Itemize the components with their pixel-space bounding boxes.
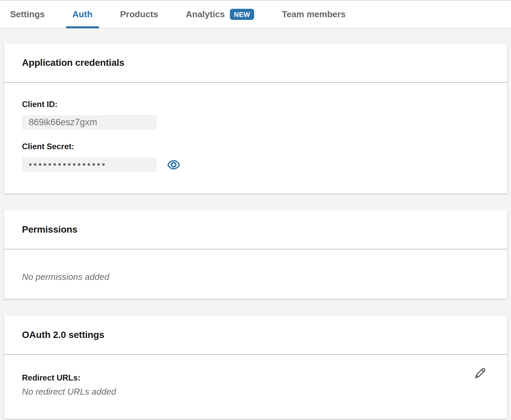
tab-team-members[interactable]: Team members (275, 1, 352, 28)
tab-products[interactable]: Products (114, 1, 165, 28)
client-secret-label: Client Secret: (22, 142, 489, 151)
new-badge: NEW (230, 9, 254, 20)
client-id-input[interactable] (22, 115, 157, 130)
tab-products-label: Products (120, 9, 158, 20)
tab-bar: Settings Auth Products Analytics NEW Tea… (0, 1, 511, 28)
tab-analytics-label: Analytics (186, 9, 225, 20)
tab-analytics[interactable]: Analytics NEW (179, 1, 261, 28)
oauth-settings-header: OAuth 2.0 settings (4, 315, 507, 355)
eye-icon (167, 160, 180, 169)
show-secret-button[interactable] (167, 159, 180, 170)
application-credentials-card: Application credentials Client ID: Clien… (4, 43, 507, 193)
redirect-urls-label: Redirect URLs: (22, 373, 489, 383)
permissions-title: Permissions (22, 224, 77, 235)
application-credentials-header: Application credentials (4, 43, 507, 83)
application-credentials-title: Application credentials (22, 57, 124, 68)
tab-auth-label: Auth (73, 9, 92, 20)
redirect-urls-empty-text: No redirect URLs added (22, 387, 489, 397)
oauth-settings-body: Redirect URLs: No redirect URLs added (4, 355, 507, 419)
permissions-header: Permissions (4, 210, 507, 250)
pencil-icon (472, 366, 487, 382)
tab-settings-label: Settings (10, 9, 45, 20)
client-id-label: Client ID: (22, 100, 489, 109)
application-credentials-body: Client ID: Client Secret: (4, 83, 507, 193)
tab-settings[interactable]: Settings (4, 1, 51, 28)
oauth-settings-title: OAuth 2.0 settings (22, 330, 104, 340)
client-secret-row (22, 157, 489, 172)
permissions-body: No permissions added (4, 250, 507, 299)
tab-team-members-label: Team members (282, 9, 346, 20)
edit-redirect-urls-button[interactable] (472, 366, 488, 382)
oauth-settings-card: OAuth 2.0 settings Redirect URLs: No red… (4, 315, 507, 419)
permissions-card: Permissions No permissions added (4, 210, 507, 299)
permissions-empty-text: No permissions added (22, 272, 489, 282)
tab-auth[interactable]: Auth (66, 1, 99, 28)
client-secret-input[interactable] (22, 157, 157, 172)
main-content: Application credentials Client ID: Clien… (0, 28, 511, 419)
